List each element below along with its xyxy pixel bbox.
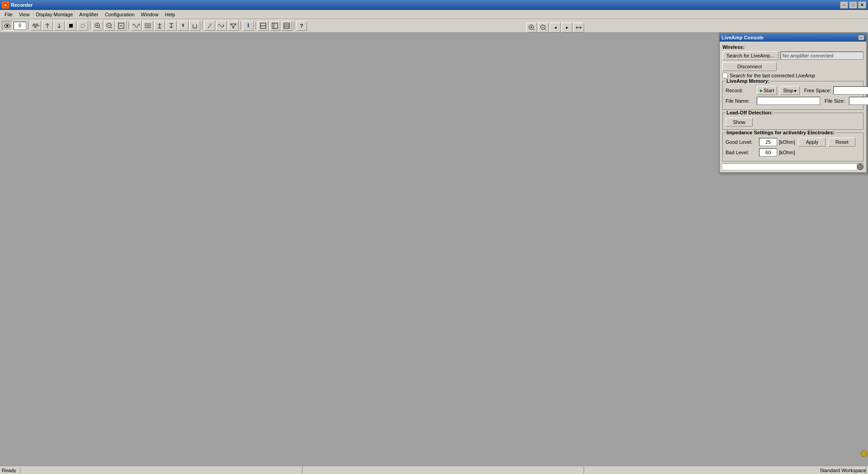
- svg-rect-34: [284, 23, 289, 28]
- zoom-in-button[interactable]: [92, 21, 103, 31]
- layout-col-button[interactable]: [269, 21, 280, 31]
- arrow-up2-button[interactable]: [189, 21, 200, 31]
- wave-button[interactable]: [216, 21, 227, 31]
- memory-record-row: Record: ▶ Start Stop ■ Free Space:: [726, 86, 860, 95]
- zoom-out-right-button[interactable]: [538, 23, 549, 33]
- title-bar: R Recorder ─ □ ✕: [0, 0, 868, 10]
- menu-display-montage[interactable]: Display Montage: [33, 11, 75, 18]
- file-size-input[interactable]: [849, 97, 868, 105]
- channel-input[interactable]: [14, 22, 26, 30]
- good-level-input[interactable]: 25: [759, 138, 777, 146]
- amplitude-up-button[interactable]: [154, 21, 165, 31]
- sep3: [128, 22, 129, 30]
- bad-level-unit: [kOhm]: [779, 150, 795, 155]
- search-last-label: Search for the last connected LiveAmp: [730, 73, 815, 78]
- svg-line-14: [111, 27, 113, 28]
- search-liveamp-button[interactable]: Search for LiveAmp...: [722, 51, 778, 60]
- liveamp-console-title: LiveAmp Console: [722, 35, 764, 40]
- liveamp-title-bar: LiveAmp Console ─: [720, 33, 866, 42]
- disconnect-button[interactable]: Disconnect: [722, 62, 777, 71]
- arr-right-button[interactable]: ▸: [561, 23, 572, 33]
- apply-impedance-button[interactable]: Apply: [798, 137, 826, 147]
- svg-line-40: [533, 28, 535, 30]
- menu-configuration[interactable]: Configuration: [102, 11, 137, 18]
- stop-record-button[interactable]: [66, 21, 76, 31]
- layout-grid-button[interactable]: [258, 21, 269, 31]
- wireless-search-row: Search for LiveAmp... No amplifier conne…: [722, 51, 863, 60]
- svg-line-43: [545, 28, 547, 30]
- progress-bar: [722, 164, 857, 170]
- sep6: [255, 22, 256, 30]
- memory-filename-row: File Name: File Size:: [726, 97, 860, 105]
- record-button[interactable]: [77, 21, 88, 31]
- channel-ruler-button[interactable]: [142, 21, 153, 31]
- scale-down-button[interactable]: [54, 21, 65, 31]
- menu-amplifier[interactable]: Amplifier: [76, 11, 101, 18]
- svg-point-7: [81, 24, 85, 28]
- status-workspace: Standard Workspace: [820, 468, 866, 473]
- impedance-section: Impedance Settings for active/dry Electr…: [722, 133, 863, 161]
- memory-section: LiveAmp Memory: Record: ▶ Start Stop ■ F…: [722, 81, 863, 110]
- arrow-down-button[interactable]: [178, 21, 189, 31]
- minimize-button[interactable]: ─: [840, 1, 848, 9]
- title-bar-controls: ─ □ ✕: [840, 1, 866, 9]
- help-button[interactable]: ?: [296, 21, 307, 31]
- amplitude-down-button[interactable]: [166, 21, 177, 31]
- arr-left-button[interactable]: ◂: [550, 23, 561, 33]
- signal-indicator: [861, 450, 867, 457]
- start-icon: ▶: [760, 89, 763, 93]
- bad-level-input[interactable]: 60: [759, 148, 777, 156]
- good-level-unit: [kOhm]: [779, 139, 795, 145]
- lead-off-show-button[interactable]: Show: [726, 118, 753, 127]
- menu-window[interactable]: Window: [138, 11, 161, 18]
- stop-record-memory-button[interactable]: Stop ■: [780, 86, 799, 95]
- sep5: [241, 22, 241, 30]
- liveamp-minimize-button[interactable]: ─: [858, 35, 864, 40]
- svg-line-29: [208, 27, 209, 28]
- svg-line-11: [99, 27, 101, 28]
- stop-icon: ■: [794, 89, 797, 93]
- top-right-toolbar: ◂ ▸: [525, 23, 860, 33]
- pen-button[interactable]: [204, 21, 215, 31]
- search-last-checkbox[interactable]: [722, 73, 728, 78]
- filter-button[interactable]: [228, 21, 239, 31]
- free-space-label: Free Space:: [804, 88, 831, 93]
- svg-rect-32: [272, 23, 278, 28]
- close-button[interactable]: ✕: [858, 1, 866, 9]
- reset-impedance-button[interactable]: Reset: [828, 137, 855, 147]
- file-name-label: File Name:: [726, 98, 755, 104]
- menu-file[interactable]: File: [2, 11, 15, 18]
- sep2: [90, 22, 90, 30]
- maximize-button[interactable]: □: [849, 1, 857, 9]
- scale-up-button[interactable]: [42, 21, 53, 31]
- fit-right-button[interactable]: [573, 23, 584, 33]
- search-last-checkbox-row: Search for the last connected LiveAmp: [722, 73, 863, 78]
- start-record-button[interactable]: ▶ Start: [757, 86, 777, 95]
- liveamp-console: LiveAmp Console ─ Wireless: Search for L…: [719, 33, 867, 173]
- zoom-fit-button[interactable]: [116, 21, 127, 31]
- good-level-label: Good Level:: [726, 139, 757, 145]
- info-button[interactable]: ℹ: [243, 21, 254, 31]
- file-size-label: File Size:: [825, 98, 847, 104]
- console-progress: [722, 163, 863, 170]
- layout-row-button[interactable]: [281, 21, 292, 31]
- status-ready: Ready: [2, 468, 20, 473]
- title-bar-left: R Recorder: [2, 1, 33, 9]
- sep4: [202, 22, 203, 30]
- app-icon: R: [2, 1, 9, 9]
- record-label: Record:: [726, 88, 755, 93]
- zoom-in-right-button[interactable]: [526, 23, 537, 33]
- waveform-button[interactable]: [30, 21, 41, 31]
- menu-view[interactable]: View: [16, 11, 33, 18]
- file-name-input[interactable]: [757, 97, 820, 105]
- good-level-row: Good Level: 25 [kOhm] Apply Reset: [726, 137, 860, 147]
- liveamp-body: Wireless: Search for LiveAmp... No ampli…: [720, 42, 866, 172]
- status-bar: Ready Standard Workspace: [0, 466, 868, 474]
- free-space-input[interactable]: [833, 86, 868, 95]
- zoom-out-button[interactable]: [104, 21, 115, 31]
- bad-level-row: Bad Level: 60 [kOhm]: [726, 148, 860, 156]
- bad-level-label: Bad Level:: [726, 150, 757, 155]
- eye-button[interactable]: [2, 21, 13, 31]
- sine-wave-button[interactable]: [131, 21, 142, 31]
- menu-help[interactable]: Help: [162, 11, 178, 18]
